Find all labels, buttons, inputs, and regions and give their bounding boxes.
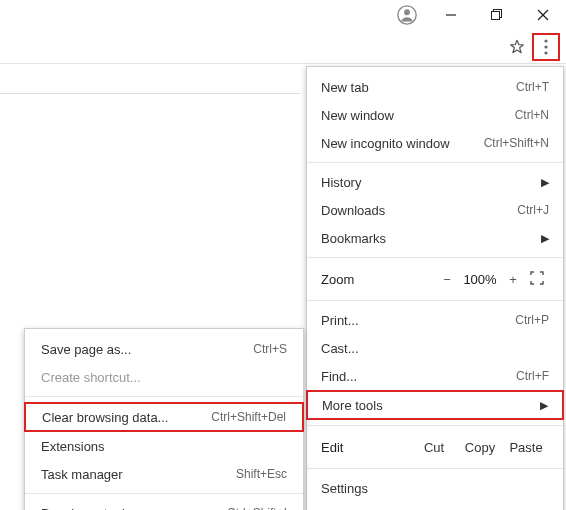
submenu-item-developer-tools[interactable]: Developer toolsCtrl+Shift+I <box>25 499 303 510</box>
zoom-percent: 100% <box>459 272 501 287</box>
chevron-right-icon: ▶ <box>540 399 548 412</box>
page-content-edge <box>0 64 300 94</box>
more-tools-submenu: Save page as...Ctrl+S Create shortcut...… <box>24 328 304 510</box>
chevron-right-icon: ▶ <box>541 176 549 189</box>
menu-item-history[interactable]: History▶ <box>307 168 563 196</box>
menu-separator <box>307 300 563 301</box>
profile-avatar-icon[interactable] <box>396 4 418 26</box>
edit-cut-button[interactable]: Cut <box>411 440 457 455</box>
menu-separator <box>25 493 303 494</box>
submenu-item-create-shortcut[interactable]: Create shortcut... <box>25 363 303 391</box>
vertical-dots-icon <box>544 39 548 55</box>
menu-item-new-window[interactable]: New windowCtrl+N <box>307 101 563 129</box>
menu-item-bookmarks[interactable]: Bookmarks▶ <box>307 224 563 252</box>
browser-toolbar <box>0 30 566 64</box>
svg-point-7 <box>544 39 547 42</box>
menu-item-downloads[interactable]: DownloadsCtrl+J <box>307 196 563 224</box>
svg-rect-4 <box>492 12 500 20</box>
menu-item-zoom: Zoom − 100% + <box>307 263 563 295</box>
menu-item-find[interactable]: Find...Ctrl+F <box>307 362 563 390</box>
submenu-item-clear-browsing-data[interactable]: Clear browsing data...Ctrl+Shift+Del <box>26 404 302 430</box>
menu-item-print[interactable]: Print...Ctrl+P <box>307 306 563 334</box>
window-controls <box>428 0 566 30</box>
maximize-button[interactable] <box>474 0 520 30</box>
menu-separator <box>307 162 563 163</box>
menu-separator <box>307 425 563 426</box>
menu-item-new-tab[interactable]: New tabCtrl+T <box>307 73 563 101</box>
zoom-in-button[interactable]: + <box>501 272 525 287</box>
submenu-item-extensions[interactable]: Extensions <box>25 432 303 460</box>
menu-item-help[interactable]: Help▶ <box>307 502 563 510</box>
menu-item-more-tools[interactable]: More tools▶ <box>308 392 562 418</box>
highlight-more-tools: More tools▶ <box>306 390 564 420</box>
menu-item-cast[interactable]: Cast... <box>307 334 563 362</box>
zoom-out-button[interactable]: − <box>435 272 459 287</box>
menu-item-new-incognito[interactable]: New incognito windowCtrl+Shift+N <box>307 129 563 157</box>
svg-point-9 <box>544 51 547 54</box>
menu-item-edit-row: Edit Cut Copy Paste <box>307 431 563 463</box>
chrome-menu-button[interactable] <box>532 33 560 61</box>
menu-item-settings[interactable]: Settings <box>307 474 563 502</box>
chevron-right-icon: ▶ <box>541 232 549 245</box>
close-button[interactable] <box>520 0 566 30</box>
chrome-main-menu: New tabCtrl+T New windowCtrl+N New incog… <box>306 66 564 510</box>
minimize-button[interactable] <box>428 0 474 30</box>
svg-point-1 <box>404 9 410 15</box>
menu-separator <box>307 468 563 469</box>
menu-separator <box>25 396 303 397</box>
submenu-item-task-manager[interactable]: Task managerShift+Esc <box>25 460 303 488</box>
menu-separator <box>307 257 563 258</box>
window-titlebar <box>0 0 566 30</box>
edit-paste-button[interactable]: Paste <box>503 440 549 455</box>
edit-copy-button[interactable]: Copy <box>457 440 503 455</box>
bookmark-star-icon[interactable] <box>508 38 526 56</box>
highlight-clear-browsing-data: Clear browsing data...Ctrl+Shift+Del <box>24 402 304 432</box>
svg-point-8 <box>544 45 547 48</box>
fullscreen-icon[interactable] <box>525 271 549 288</box>
submenu-item-save-page[interactable]: Save page as...Ctrl+S <box>25 335 303 363</box>
